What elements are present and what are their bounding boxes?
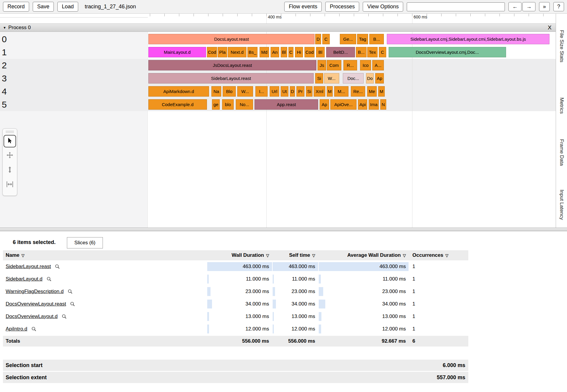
trace-slice[interactable]: ApiMarkdown.d <box>148 86 209 97</box>
trace-slice[interactable]: Blo <box>223 86 236 97</box>
process-header[interactable]: ▼ Process 0 X <box>0 23 556 32</box>
magnifier-icon[interactable] <box>70 302 75 306</box>
trace-slice[interactable]: ge <box>212 99 220 110</box>
column-header-occurrences[interactable]: Occurrences▽ <box>409 250 468 260</box>
trace-slice[interactable]: Js <box>318 60 326 70</box>
load-button[interactable]: Load <box>57 2 78 12</box>
more-button[interactable]: » <box>539 2 550 11</box>
trace-slice[interactable]: Url <box>270 86 279 97</box>
collapse-triangle-icon[interactable]: ▼ <box>3 26 6 29</box>
trace-slice[interactable]: SidebarLayout.cmj,SidebarLayout.cmi,Side… <box>387 34 549 44</box>
trace-slice[interactable]: Tag <box>357 34 368 44</box>
slice-name-link[interactable]: WarningFlagDescription.d <box>6 289 64 295</box>
trace-slice[interactable]: Me <box>367 86 377 97</box>
trace-slice[interactable]: Na <box>211 86 221 97</box>
trace-slice[interactable]: Si <box>315 73 323 84</box>
trace-slice[interactable]: Api <box>358 99 367 110</box>
trace-slice[interactable]: R... <box>343 60 357 70</box>
nav-back-button[interactable]: ← <box>508 2 522 11</box>
trace-slice[interactable]: Ico <box>360 60 371 70</box>
trace-slice[interactable]: JsDocsLayout.reast <box>148 60 316 70</box>
side-tab-input-latency[interactable]: Input Latency <box>559 190 565 220</box>
trace-slice[interactable]: C <box>288 47 293 57</box>
trace-slice[interactable]: Hi <box>295 47 303 57</box>
trace-slice[interactable]: Re... <box>351 86 365 97</box>
trace-slice[interactable]: Pr <box>296 86 304 97</box>
process-close-button[interactable]: X <box>548 24 552 31</box>
selection-tool-button[interactable] <box>4 135 16 147</box>
magnifier-icon[interactable] <box>68 289 73 294</box>
trace-slice[interactable]: Ap <box>320 99 329 110</box>
timeline-view[interactable]: 400 ms600 ms ▼ Process 0 X 012345 DocsLa… <box>0 14 567 228</box>
slice-name-link[interactable]: SidebarLayout.d <box>6 276 43 282</box>
timing-tool-button[interactable] <box>4 179 16 191</box>
trace-slice[interactable]: Xml <box>314 86 325 97</box>
magnifier-icon[interactable] <box>55 264 60 269</box>
trace-slice[interactable]: SidebarLayout.reast <box>148 73 314 84</box>
trace-slice[interactable]: N <box>380 99 386 110</box>
nav-forward-button[interactable]: → <box>522 2 535 11</box>
magnifier-icon[interactable] <box>32 327 36 331</box>
side-tab-frame-data[interactable]: Frame Data <box>559 139 565 166</box>
pan-tool-button[interactable] <box>4 149 16 162</box>
trace-slice[interactable]: Pla <box>218 47 227 57</box>
view-options-button[interactable]: View Options <box>363 2 403 12</box>
processes-button[interactable]: Processes <box>325 2 359 12</box>
column-header-average-wall-duration[interactable]: Average Wall Duration▽ <box>318 250 409 260</box>
trace-slice[interactable]: Bl <box>281 47 287 57</box>
side-tab-metrics[interactable]: Metrics <box>559 97 565 114</box>
slice-name-link[interactable]: DocsOverviewLayout.reast <box>6 301 66 307</box>
trace-slice[interactable]: CodeExample.d <box>148 99 207 110</box>
trace-slice[interactable]: W... <box>324 73 339 84</box>
trace-slice[interactable]: W... <box>237 86 253 97</box>
trace-slice[interactable]: ApiOve... <box>330 99 356 110</box>
column-header-self-time[interactable]: Self time▽ <box>272 250 318 260</box>
slice-name-link[interactable]: SidebarLayout.reast <box>6 264 51 270</box>
side-tab-file-size-stats[interactable]: File Size Stats <box>559 30 565 62</box>
trace-slice[interactable]: Si <box>306 86 312 97</box>
trace-slice[interactable]: Next.d <box>228 47 246 57</box>
search-input[interactable] <box>407 2 505 11</box>
trace-slice[interactable]: Cod <box>207 47 217 57</box>
slice-name-link[interactable]: DocsOverviewLayout.d <box>6 314 58 319</box>
trace-slice[interactable]: C <box>379 47 386 57</box>
tab-slices[interactable]: Slices (6) <box>67 237 103 248</box>
trace-slice[interactable]: Doc... <box>343 73 364 84</box>
trace-slice[interactable]: DocsLayout.reast <box>148 34 315 44</box>
magnifier-icon[interactable] <box>47 277 51 281</box>
help-button[interactable]: ? <box>553 2 564 11</box>
trace-slice[interactable]: M <box>327 86 333 97</box>
trace-slice[interactable]: M <box>378 86 385 97</box>
column-header-wall-duration[interactable]: Wall Duration▽ <box>207 250 272 260</box>
trace-slice[interactable]: A... <box>372 60 384 70</box>
record-button[interactable]: Record <box>3 2 29 12</box>
trace-slice[interactable]: M... <box>334 86 348 97</box>
trace-slice[interactable]: App.reast <box>255 99 318 110</box>
trace-slice[interactable]: Tex <box>367 47 378 57</box>
save-button[interactable]: Save <box>33 2 54 12</box>
magnifier-icon[interactable] <box>62 314 67 319</box>
flow-events-button[interactable]: Flow events <box>284 2 322 12</box>
column-header-name[interactable]: Name▽ <box>3 250 207 260</box>
trace-slice[interactable]: D <box>290 86 295 97</box>
trace-slice[interactable]: blo <box>222 99 234 110</box>
panel-splitter[interactable] <box>0 228 567 231</box>
trace-slice[interactable]: DocsOverviewLayout.cmj,Doc... <box>389 47 506 57</box>
trace-slice[interactable]: Ge... <box>340 34 356 44</box>
trace-slice[interactable]: B... <box>356 47 367 57</box>
trace-slice[interactable]: D <box>315 34 321 44</box>
trace-slice[interactable]: Cod <box>304 47 315 57</box>
trace-slice[interactable]: Md <box>260 47 269 57</box>
trace-slice[interactable]: Do <box>366 73 374 84</box>
trace-slice[interactable]: No... <box>236 99 253 110</box>
slice-name-link[interactable]: ApiIntro.d <box>6 326 27 332</box>
trace-slice[interactable]: C <box>322 34 330 44</box>
palette-grip[interactable] <box>6 130 14 133</box>
trace-slice[interactable]: MainLayout.d <box>148 47 206 57</box>
trace-slice[interactable]: BeltD... <box>326 47 355 57</box>
trace-slice[interactable]: B... <box>369 34 384 44</box>
trace-slice[interactable]: I... <box>255 86 268 97</box>
trace-slice[interactable]: Ap <box>375 73 384 84</box>
trace-slice[interactable]: An <box>271 47 279 57</box>
trace-slice[interactable]: Ut <box>281 86 288 97</box>
